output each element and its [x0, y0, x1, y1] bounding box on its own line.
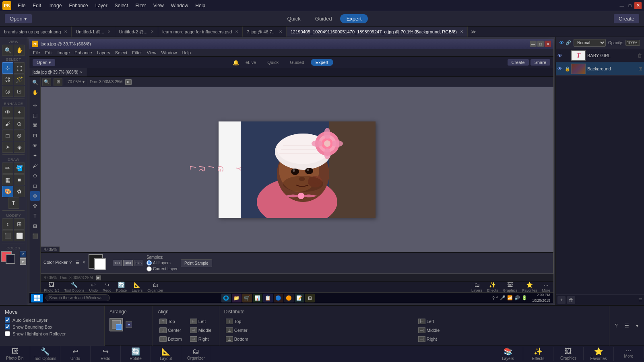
inner-graphics-dock-button[interactable]: 🖼 Graphics: [501, 282, 519, 292]
inner-custom-tool[interactable]: ✿: [30, 201, 40, 211]
current-layer-radio[interactable]: Current Layer: [147, 266, 178, 272]
default-colors-button[interactable]: ↺: [20, 251, 26, 257]
inner-text-tool[interactable]: T: [30, 211, 40, 221]
align-bottom-button[interactable]: ⊥ Bottom: [158, 335, 184, 343]
inner-tab-close[interactable]: ✕: [80, 70, 83, 74]
inner-tool-options-button[interactable]: 🔧 Tool Options: [63, 282, 86, 292]
inner-undo-button[interactable]: ↩ Undo: [88, 282, 100, 292]
smart-brush-tool[interactable]: ⊛: [14, 130, 25, 141]
tab-7jpg[interactable]: 7.jpg @ 46.7...✕: [243, 27, 287, 37]
custom-brush-tool[interactable]: ✿: [14, 186, 25, 197]
marquee-tool[interactable]: ⬚: [14, 62, 25, 74]
content-aware-tool[interactable]: ⬛: [2, 230, 13, 241]
inner-crop-tool[interactable]: ⊡: [30, 131, 40, 140]
align-left-button[interactable]: ⊢ Left: [188, 318, 214, 325]
inner-tab-elive[interactable]: eLive: [241, 59, 261, 66]
layout-dock-button[interactable]: 📐 Layout: [151, 346, 181, 362]
inner-menu-file[interactable]: File: [31, 50, 42, 55]
menu-view[interactable]: View: [150, 2, 167, 9]
align-right-button[interactable]: ⊣ Right: [188, 335, 214, 343]
menu-select[interactable]: Select: [111, 2, 131, 9]
redo-dock-button[interactable]: ↪ Redo: [91, 346, 121, 362]
show-bounding-checkbox[interactable]: [5, 324, 10, 329]
spot-heal-tool[interactable]: ✦: [14, 107, 25, 118]
inner-menu-filter[interactable]: Filter: [130, 50, 144, 55]
menu-enhance[interactable]: Enhance: [66, 2, 91, 9]
menu-image[interactable]: Image: [45, 2, 65, 9]
inner-photo-bin-button[interactable]: 🖼 Photo 3/3: [42, 282, 61, 292]
layer-vis-toggle[interactable]: 👁: [559, 40, 564, 46]
inner-erase-tool[interactable]: ◻: [30, 181, 40, 191]
taskbar-clip-button[interactable]: 📋: [263, 294, 273, 302]
close-button[interactable]: ✕: [634, 2, 642, 9]
taskbar-ff-button[interactable]: 🟠: [284, 294, 294, 302]
blend-mode-select[interactable]: Normal: [574, 39, 606, 47]
inner-tab-expert[interactable]: Expert: [311, 59, 333, 66]
inner-canvas-viewport[interactable]: BABYGIRL: [41, 87, 553, 252]
more-dock-button[interactable]: ··· More: [614, 347, 644, 358]
layer-visibility-icon[interactable]: 👁: [557, 53, 563, 58]
all-layers-radio[interactable]: All Layers: [147, 260, 178, 265]
zoom-tool[interactable]: 🔍: [2, 45, 13, 56]
inner-menu-image[interactable]: Image: [56, 50, 72, 55]
taskbar-folder-button[interactable]: 📁: [232, 294, 242, 302]
inner-redo-button[interactable]: ↪ Redo: [101, 282, 113, 292]
redeye-tool[interactable]: 👁: [2, 107, 13, 118]
text-tool[interactable]: T: [8, 197, 19, 209]
inner-zoom-display[interactable]: 70.05%: [43, 276, 57, 280]
inner-effects-dock-button[interactable]: ✨ Effects: [485, 282, 500, 292]
lasso-tool[interactable]: ⌘: [2, 74, 13, 85]
more-tabs-button[interactable]: ≫: [468, 29, 479, 35]
color-replace-tool[interactable]: 🎨: [2, 186, 13, 197]
menu-window[interactable]: Window: [168, 2, 192, 9]
inner-menu-select[interactable]: Select: [113, 50, 130, 55]
inner-tb-fit[interactable]: ⊠: [54, 78, 62, 86]
favorites-dock-button[interactable]: ⭐ Favorites: [584, 347, 614, 361]
tab-close-icon[interactable]: ✕: [64, 29, 67, 34]
minimize-button[interactable]: —: [618, 2, 625, 9]
layer-baby-girl[interactable]: 👁 T BABY GIRL 🗑: [556, 49, 644, 62]
color-picker-menu[interactable]: ☰: [76, 260, 80, 265]
inner-open-button[interactable]: Open ▾: [33, 59, 55, 66]
blur-tool[interactable]: ◈: [14, 142, 25, 153]
inner-recompose-tool[interactable]: ⬛: [30, 231, 40, 241]
distribute-center-button[interactable]: ⊥ Center: [224, 327, 412, 334]
inner-tab-guided[interactable]: Guided: [285, 59, 309, 66]
effects-dock-button[interactable]: ✨ Effects: [523, 347, 553, 361]
inner-tb-zoom[interactable]: 🔍: [42, 78, 51, 86]
crop-tool[interactable]: ⊡: [14, 86, 25, 97]
hand-tool[interactable]: ✋: [14, 45, 25, 56]
layers-options-icon[interactable]: ☰: [638, 297, 642, 302]
layer-expand-icon[interactable]: ⊞: [638, 66, 642, 72]
align-center-button[interactable]: ⊥ Center: [158, 327, 184, 334]
zoom-adjust-icon[interactable]: ▾: [83, 80, 85, 84]
distribute-bottom-button[interactable]: ⊥ Bottom: [224, 335, 412, 343]
status-arrow-button[interactable]: ▶: [96, 276, 101, 280]
distribute-top-button[interactable]: ⊤ Top: [224, 318, 412, 325]
inner-colorpick-tool[interactable]: ⊛: [30, 191, 40, 201]
quick-select-tool[interactable]: ◎: [2, 86, 13, 97]
align-middle-button[interactable]: ⊣ Middle: [188, 327, 214, 334]
inner-zoom-tool[interactable]: 🔍: [30, 78, 40, 87]
tab-untitled1[interactable]: Untitled-1 @...✕: [72, 27, 115, 37]
inner-brush-tool[interactable]: 🖌: [30, 161, 40, 171]
layer-delete-icon[interactable]: 🗑: [638, 53, 642, 58]
help-tray-icon[interactable]: ?: [492, 296, 495, 300]
recompose-tool[interactable]: ⬜: [14, 230, 25, 241]
arrow-up-icon[interactable]: ^: [496, 296, 498, 300]
point-sample-button[interactable]: Point Sample: [181, 259, 212, 267]
help-options-button[interactable]: ?: [612, 321, 621, 330]
swap-colors-button[interactable]: ⇄: [20, 258, 26, 265]
inner-doc-tab-jada[interactable]: jada.jpg @ 39.7% (668/8) ✕: [29, 68, 87, 76]
layer-background[interactable]: 👁 🔒 Background ⊞: [556, 62, 644, 76]
menu-edit[interactable]: Edit: [29, 2, 44, 9]
inner-tab-quick[interactable]: Quick: [262, 59, 283, 66]
inner-menu-view[interactable]: View: [145, 50, 159, 55]
open-button[interactable]: Open ▾: [5, 14, 32, 23]
brush-tool[interactable]: 🖌: [2, 118, 13, 130]
menu-file[interactable]: File: [14, 2, 29, 9]
layers-dock-button[interactable]: 📚 Layers: [493, 347, 523, 361]
distribute-left-button[interactable]: ⊢ Left: [417, 318, 604, 325]
zoom-arrow-button[interactable]: ▶: [125, 79, 132, 85]
clone-tool[interactable]: ⊙: [14, 118, 25, 130]
